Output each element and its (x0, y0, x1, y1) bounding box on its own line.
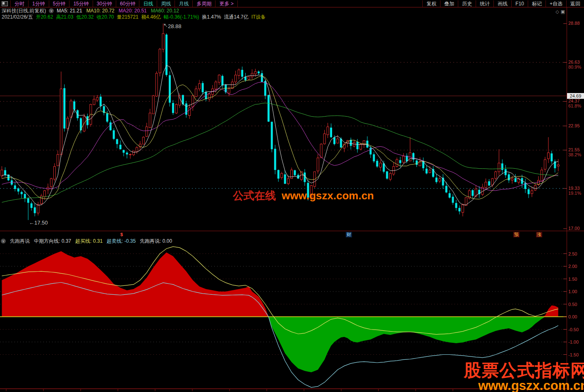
panel-layout-icon[interactable]: ▣ (561, 9, 567, 14)
menu-item-4[interactable]: 30分钟 (93, 0, 116, 7)
menu-item-1[interactable]: 1分钟 (29, 0, 49, 7)
tool-item-复权[interactable]: 复权 (422, 0, 440, 7)
indicator-axis-label: 1.50 (568, 277, 577, 282)
menu-item-9[interactable]: 多周期 (193, 0, 215, 7)
indicator-value: 先跑再说 (10, 238, 30, 245)
price-label: 28.88 (568, 21, 580, 26)
tools-menu: 复权叠加历史统计画线F10标记+自选返回 (422, 0, 584, 7)
quote-field: 幅-0.36(-1.71%) (164, 14, 199, 21)
menu-item-3[interactable]: 15分钟 (69, 0, 93, 7)
quote-field: 额4.46亿 (141, 14, 161, 21)
tool-item-历史[interactable]: 历史 (458, 0, 476, 7)
ma-value: MA5: 21.21 (57, 8, 82, 14)
stock-info-row: 深科技(日线,前复权) ∨ MA5: 21.21MA10: 20.72MA20:… (2, 8, 186, 14)
indicator-header: ∨ 先跑再说中期方向线: 0.37超买线: 0.31超卖线: -0.35先跑再说… (1, 238, 176, 244)
watermark-site-url: www.gszx.com.cn (464, 379, 584, 392)
watermark-cn: 公式在线 (233, 189, 276, 202)
event-marker-$[interactable]: $ (120, 232, 124, 237)
top-menubar: 分时1分钟5分钟15分钟30分钟60分钟日线周线月线多周期更多 > 复权叠加历史… (0, 0, 584, 7)
quote-field: 低20.32 (76, 14, 93, 21)
menu-item-0[interactable]: 分时 (11, 0, 29, 7)
indicator-axis-label: -1.50 (568, 352, 579, 357)
stock-title[interactable]: 深科技(日线,前复权) (2, 7, 46, 14)
menu-item-8[interactable]: 月线 (175, 0, 193, 7)
menu-item-2[interactable]: 5分钟 (49, 0, 70, 7)
price-label: 19.3319.1% (568, 186, 581, 196)
quote-info-row: 2021/02/26/五开20.62高21.03低20.32收20.70量215… (2, 14, 268, 20)
price-label: 17.00 (568, 226, 580, 231)
quote-field: 换1.47% (202, 14, 221, 21)
current-price-box: 24.69 (567, 93, 584, 99)
menu-item-6[interactable]: 日线 (139, 0, 157, 7)
indicator-axis-label: -0.50 (568, 327, 579, 332)
menu-item-10[interactable]: 更多 > (215, 0, 237, 7)
watermark-site-name: 股票公式指标网 (464, 362, 584, 379)
price-label: 22.95 (568, 123, 580, 128)
watermark-bottom-right: 股票公式指标网 www.gszx.com.cn (464, 362, 584, 392)
menu-item-5[interactable]: 60分钟 (116, 0, 139, 7)
tool-item-标记[interactable]: 标记 (528, 0, 546, 7)
ma-value: MA60: 20.12 (151, 8, 179, 14)
chart-window-controls[interactable]: ◇▣ (555, 9, 567, 14)
indicator-axis-label: -1.00 (568, 339, 579, 344)
right-axis-line (567, 7, 567, 389)
tool-item-+自选[interactable]: +自选 (546, 0, 566, 7)
period-menu: 分时1分钟5分钟15分钟30分钟60分钟日线周线月线多周期更多 > (10, 0, 238, 7)
ma-values: MA5: 21.21MA10: 20.72MA20: 20.51MA60: 20… (57, 8, 183, 14)
event-marker-涨[interactable]: 涨 (536, 232, 542, 237)
tool-item-叠加[interactable]: 叠加 (440, 0, 458, 7)
tool-item-F10[interactable]: F10 (511, 0, 528, 7)
indicator-value: 超卖线: -0.35 (107, 238, 136, 245)
chevron-circle-icon[interactable]: ∨ (1, 239, 6, 244)
window-icon[interactable] (2, 1, 8, 6)
quote-field: IT设备 (251, 14, 266, 21)
indicator-axis-label: 1.00 (568, 289, 577, 294)
trading-app: { "palette":{"menu_magenta":"#db6bdb","m… (0, 0, 584, 392)
svg-text:28.88: 28.88 (168, 23, 182, 29)
timeline-marker-strip: $财预涨 (0, 231, 584, 238)
price-label: 26.6380.9% (568, 60, 581, 69)
indicator-value: 超买线: 0.31 (75, 238, 103, 245)
quote-field: 开20.62 (36, 14, 53, 21)
quote-field: 高21.03 (56, 14, 73, 21)
tool-item-画线[interactable]: 画线 (493, 0, 511, 7)
event-marker-财[interactable]: 财 (346, 232, 352, 237)
indicator-axis-label: 0.50 (568, 302, 577, 307)
quote-field: 收20.70 (97, 14, 114, 21)
ma-value: MA20: 20.51 (119, 8, 147, 14)
quote-field: 量215721 (117, 14, 139, 21)
indicator-axis-label: 2.50 (568, 251, 577, 256)
indicator-value: 中期方向线: 0.37 (34, 238, 71, 245)
quote-field: 2021/02/26/五 (2, 14, 33, 21)
indicator-value: 先跑再说: 0.00 (140, 238, 172, 245)
quote-field: 流通14.7亿 (224, 14, 248, 21)
tool-item-统计[interactable]: 统计 (476, 0, 493, 7)
diamond-icon[interactable]: ◇ (555, 9, 560, 14)
svg-text:←17.50: ←17.50 (29, 220, 48, 226)
watermark-center: 公式在线www.gszx.com.cn (233, 189, 374, 203)
price-label: 24.3761.8% (568, 98, 581, 108)
tool-item-返回[interactable]: 返回 (566, 0, 584, 7)
ma-value: MA10: 20.72 (86, 8, 115, 14)
menu-item-7[interactable]: 周线 (157, 0, 175, 7)
indicator-axis-label: 2.00 (568, 264, 577, 269)
watermark-url: www.gszx.com.cn (282, 189, 374, 202)
price-label: 21.5538.2% (568, 147, 581, 157)
event-marker-预[interactable]: 预 (513, 232, 519, 237)
indicator-axis-label: 0.00 (568, 314, 577, 319)
chevron-circle-icon[interactable]: ∨ (49, 8, 54, 13)
